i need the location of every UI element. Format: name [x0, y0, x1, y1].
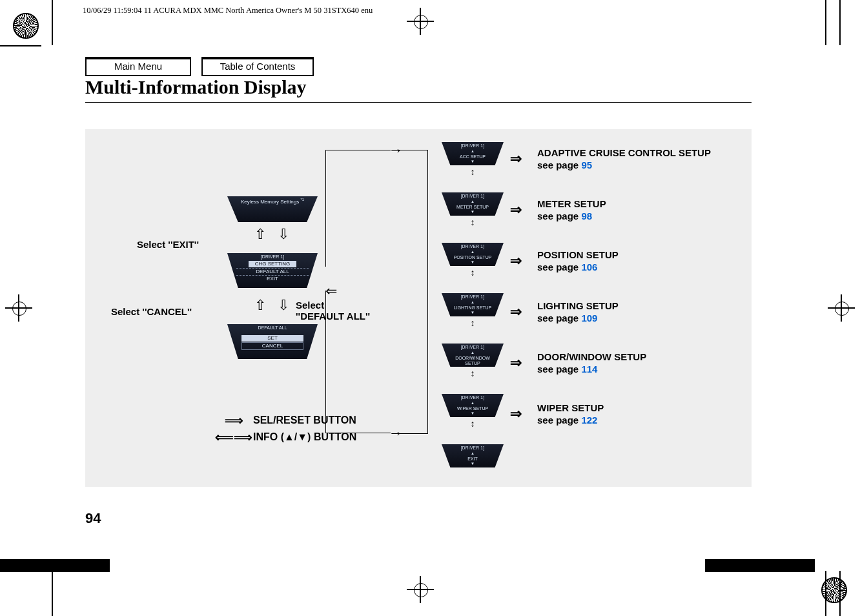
legend-selreset: ⟹ SEL/RESET BUTTON [214, 412, 356, 429]
dash-lbl-1: METER SETUP [442, 205, 504, 210]
setup-item-1: [DRIVER 1] ▲ METER SETUP ▼ ↕ [434, 192, 511, 229]
ud-arrow-5: ↕ [471, 418, 475, 429]
label-select-exit: Select ''EXIT'' [137, 239, 199, 250]
dash-hdr-3: [DRIVER 1] [442, 294, 504, 300]
route-join [399, 150, 428, 434]
dash-lbl-5: WIPER SETUP [442, 406, 504, 412]
callouts: ⇒ ADAPTIVE CRUISE CONTROL SETUP see page… [537, 147, 712, 453]
callout-title-2: POSITION SETUP [537, 249, 619, 260]
arrow-down-1: ⇩ [278, 226, 289, 243]
ud-arrow-0: ↕ [471, 167, 475, 177]
callout-3: ⇒ LIGHTING SETUP see page 109 [537, 300, 712, 351]
toc-button[interactable]: Table of Contents [201, 57, 314, 76]
dash-5: [DRIVER 1] ▲ WIPER SETUP ▼ [442, 394, 504, 417]
callout-page-5[interactable]: 122 [581, 415, 597, 426]
regmark-vline-br2 [825, 571, 826, 616]
dash-hdr-6: [DRIVER 1] [442, 446, 504, 451]
arrow-down-2: ⇩ [278, 297, 289, 314]
arrow-right-icon: ⇒ [510, 405, 522, 423]
callout-sub-0: see page [537, 159, 581, 170]
dash-1: [DRIVER 1] ▲ METER SETUP ▼ [442, 192, 504, 216]
default-panel: DEFAULT ALL SET CANCEL [227, 324, 318, 359]
kms-title: Keyless Memory Settings [241, 199, 299, 205]
arrow-right-icon: ⇒ [510, 354, 522, 372]
callout-2: ⇒ POSITION SETUP see page 106 [537, 249, 712, 300]
ud-arrow-2: ↕ [471, 267, 475, 278]
label-select-cancel: Select ''CANCEL'' [111, 306, 192, 317]
regmark-vline-bl [52, 571, 53, 616]
chg-driver: [DRIVER 1] [227, 254, 318, 260]
legend: ⟹ SEL/RESET BUTTON ⟸⟹ INFO (▲/▼) BUTTON [214, 412, 356, 446]
arrow-right-hollow-icon: ⟹ [214, 413, 253, 428]
callout-page-0[interactable]: 95 [581, 159, 592, 170]
regmark-bar-bl [0, 559, 110, 572]
callout-5: ⇒ WIPER SETUP see page 122 [537, 402, 712, 453]
arrow-right-icon: ⇒ [510, 150, 522, 168]
setup-item-6: [DRIVER 1] ▲ EXIT ▼ [434, 444, 511, 480]
ud-arrow-4: ↕ [471, 368, 475, 378]
diagram-area: Keyless Memory Settings *1 ⇧ ⇩ [DRIVER 1… [85, 129, 752, 487]
ud-arrow-3: ↕ [471, 318, 475, 328]
default-line2: CANCEL [241, 342, 303, 350]
callout-title-4: DOOR/WINDOW SETUP [537, 351, 646, 362]
arrow-leftright-hollow-icon: ⟸⟹ [214, 429, 253, 445]
setup-column: [DRIVER 1] ▲ ACC SETUP ▼ ↕ [DRIVER 1] ▲ … [434, 142, 511, 395]
regmark-bar-br [705, 559, 815, 572]
dash-6: [DRIVER 1] ▲ EXIT ▼ [442, 444, 504, 467]
callout-title-3: LIGHTING SETUP [537, 300, 619, 311]
arrow-up-2: ⇧ [254, 297, 266, 314]
callout-page-4[interactable]: 114 [581, 364, 597, 375]
dash-lbl-4: DOOR/WINDOW SETUP [442, 356, 504, 367]
callout-page-3[interactable]: 109 [581, 313, 597, 323]
arrow-right-icon: ⇒ [510, 201, 522, 219]
dash-lbl-2: POSITION SETUP [442, 255, 504, 261]
ud-arrow-1: ↕ [471, 217, 475, 227]
main-menu-button[interactable]: Main Menu [85, 57, 191, 76]
page-number: 94 [85, 510, 101, 527]
kms-panel: Keyless Memory Settings *1 [227, 196, 318, 222]
regmark-vline-tr [839, 0, 841, 45]
chg-line1: CHG SETTING [249, 261, 297, 267]
regmark-cross-left [9, 298, 28, 318]
arrow-right-icon: ⇒ [510, 252, 522, 270]
dash-hdr-5: [DRIVER 1] [442, 395, 504, 400]
callout-title-5: WIPER SETUP [537, 402, 604, 413]
dash-4: [DRIVER 1] ▲ DOOR/WINDOW SETUP ▼ [442, 344, 504, 367]
setup-item-5: [DRIVER 1] ▲ WIPER SETUP ▼ ↕ [434, 394, 511, 430]
regmark-cross-top [411, 12, 430, 31]
callout-title-0: ADAPTIVE CRUISE CONTROL SETUP [537, 147, 711, 158]
tri-up-icon: ▲ [442, 149, 504, 154]
dash-2: [DRIVER 1] ▲ POSITION SETUP ▼ [442, 243, 504, 266]
callout-title-1: METER SETUP [537, 198, 606, 209]
dash-lbl-3: LIGHTING SETUP [442, 305, 504, 311]
callout-0: ⇒ ADAPTIVE CRUISE CONTROL SETUP see page… [537, 147, 712, 198]
dash-hdr-4: [DRIVER 1] [442, 345, 504, 350]
route-back-arrow: ⇐ [325, 283, 337, 300]
tri-down-icon: ▼ [442, 159, 504, 165]
kms-asterisk: *1 [300, 198, 304, 201]
arrow-right-icon: ⇒ [510, 303, 522, 321]
default-title: DEFAULT ALL [227, 325, 318, 331]
regmark-vline-tl [52, 0, 53, 45]
setup-item-2: [DRIVER 1] ▲ POSITION SETUP ▼ ↕ [434, 243, 511, 279]
chg-line2: DEFAULT ALL [236, 268, 309, 276]
dash-lbl-6: EXIT [442, 457, 504, 462]
route-top [325, 150, 391, 267]
setup-item-3: [DRIVER 1] ▲ LIGHTING SETUP ▼ ↕ [434, 293, 511, 329]
dash-hdr-1: [DRIVER 1] [442, 194, 504, 199]
callout-1: ⇒ METER SETUP see page 98 [537, 198, 712, 249]
dash-hdr-2: [DRIVER 1] [442, 244, 504, 249]
callout-page-2[interactable]: 106 [581, 262, 597, 272]
regmark-hline-tl [0, 45, 41, 46]
page-title: Multi-Information Display [85, 76, 307, 98]
legend-selreset-label: SEL/RESET BUTTON [253, 415, 356, 426]
print-header: 10/06/29 11:59:04 11 ACURA MDX MMC North… [83, 6, 373, 15]
dash-0: [DRIVER 1] ▲ ACC SETUP ▼ [442, 142, 504, 165]
legend-info-label: INFO (▲/▼) BUTTON [253, 431, 356, 443]
regmark-vline-tr2 [825, 0, 826, 45]
arrow-up-1: ⇧ [254, 226, 266, 243]
callout-page-1[interactable]: 98 [581, 210, 592, 221]
regmark-cross-bot [411, 580, 430, 599]
title-rule [85, 102, 752, 103]
default-line1: SET [241, 335, 303, 342]
